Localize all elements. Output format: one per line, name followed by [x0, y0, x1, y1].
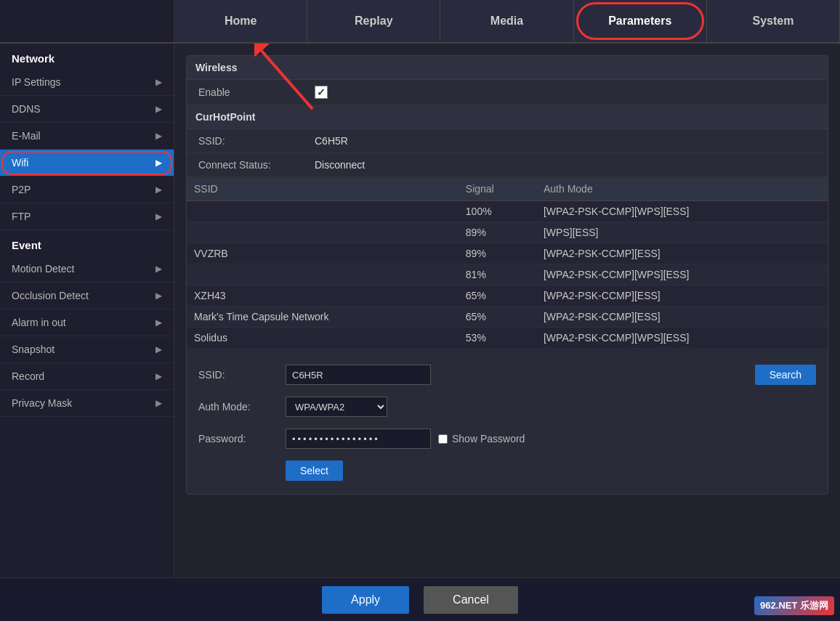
tab-parameters[interactable]: Parameters: [574, 0, 707, 42]
show-password-checkbox[interactable]: [438, 434, 448, 444]
cell-ssid: Kensy Home: [187, 349, 459, 352]
table-row[interactable]: VVZRB 89% [WPA2-PSK-CCMP][ESS]: [187, 243, 828, 264]
show-password-label: Show Password: [452, 433, 525, 445]
table-row[interactable]: Mark's Time Capsule Network 65% [WPA2-PS…: [187, 307, 828, 328]
cell-signal: 53%: [459, 328, 536, 349]
sidebar-item-motion-detect[interactable]: Motion Detect ▶: [0, 256, 174, 283]
cell-ssid: Mark's Time Capsule Network: [187, 307, 459, 328]
cell-signal: 65%: [459, 307, 536, 328]
wifi-panel: Wireless Enable CurHotPoint SSID: C6H5R …: [186, 55, 828, 495]
ssid-input-row: SSID: Search: [198, 359, 816, 391]
chevron-right-icon: ▶: [156, 158, 162, 168]
sidebar-item-wifi[interactable]: Wifi ▶: [0, 150, 174, 176]
table-row[interactable]: 100% [WPA2-PSK-CCMP][WPS][ESS]: [187, 201, 828, 222]
cell-ssid: [187, 222, 459, 243]
cell-signal: 100%: [459, 201, 536, 222]
chevron-right-icon: ▶: [156, 264, 162, 274]
ssid-input[interactable]: [286, 365, 431, 385]
select-button-row: Select: [198, 455, 816, 487]
chevron-right-icon: ▶: [156, 371, 162, 381]
cell-auth-mode: [WPA2-PSK-CCMP][WPS][ESS]: [536, 201, 828, 222]
ssid-info-label: SSID:: [198, 135, 315, 147]
search-button[interactable]: Search: [755, 365, 816, 385]
cell-signal: 65%: [459, 285, 536, 307]
cell-auth-mode: [WPA2-PSK-CCMP][ESS]: [536, 285, 828, 307]
cell-ssid: [187, 264, 459, 285]
sidebar-item-record[interactable]: Record ▶: [0, 363, 174, 390]
cell-ssid: [187, 201, 459, 222]
password-input[interactable]: [286, 429, 431, 449]
cell-signal: 89%: [459, 243, 536, 264]
password-row: Password: Show Password: [198, 423, 816, 455]
col-signal: Signal: [459, 177, 536, 201]
table-row[interactable]: Kensy Home 53% [WPA2-PSK-CCMP][ESS]: [187, 349, 828, 352]
cell-ssid: XZH43: [187, 285, 459, 307]
table-row[interactable]: Solidus 53% [WPA2-PSK-CCMP][WPS][ESS]: [187, 328, 828, 349]
cell-auth-mode: [WPA2-PSK-CCMP][ESS]: [536, 349, 828, 352]
chevron-right-icon: ▶: [156, 104, 162, 114]
bottom-form: SSID: Search Auth Mode: WPA/WPA2 WPA2 WP…: [187, 352, 828, 494]
sidebar-item-wifi-wrapper: Wifi ▶: [0, 150, 174, 176]
select-button[interactable]: Select: [286, 460, 343, 481]
table-row[interactable]: 89% [WPS][ESS]: [187, 222, 828, 243]
col-ssid: SSID: [187, 177, 459, 201]
sidebar-item-ip-settings[interactable]: IP Settings ▶: [0, 69, 174, 96]
ssid-input-label: SSID:: [198, 369, 286, 381]
auth-mode-row: Auth Mode: WPA/WPA2 WPA2 WPA None: [198, 391, 816, 423]
chevron-right-icon: ▶: [156, 211, 162, 222]
sidebar-item-p2p[interactable]: P2P ▶: [0, 176, 174, 203]
cell-auth-mode: [WPA2-PSK-CCMP][WPS][ESS]: [536, 328, 828, 349]
wifi-table: SSID Signal Auth Mode 100% [WPA2-PSK-CCM…: [187, 177, 828, 352]
tab-replay[interactable]: Replay: [307, 0, 440, 42]
cell-auth-mode: [WPS][ESS]: [536, 222, 828, 243]
sidebar: Network IP Settings ▶ DDNS ▶ E-Mail ▶ Wi…: [0, 44, 174, 577]
show-password-area: Show Password: [438, 433, 525, 445]
password-label: Password:: [198, 433, 286, 445]
ssid-info-row: SSID: C6H5R: [187, 129, 828, 153]
connect-status-label: Connect Status:: [198, 159, 315, 171]
chevron-right-icon: ▶: [156, 184, 162, 195]
enable-row: Enable: [187, 80, 828, 105]
wifi-list-wrapper[interactable]: SSID Signal Auth Mode 100% [WPA2-PSK-CCM…: [187, 177, 828, 352]
sidebar-item-ddns[interactable]: DDNS ▶: [0, 96, 174, 123]
sidebar-item-ftp[interactable]: FTP ▶: [0, 203, 174, 230]
chevron-right-icon: ▶: [156, 344, 162, 354]
cell-auth-mode: [WPA2-PSK-CCMP][ESS]: [536, 243, 828, 264]
enable-label: Enable: [198, 86, 315, 98]
event-section-title: Event: [0, 230, 174, 256]
content-area: Wireless Enable CurHotPoint SSID: C6H5R …: [174, 44, 840, 577]
sidebar-item-snapshot[interactable]: Snapshot ▶: [0, 336, 174, 363]
apply-button[interactable]: Apply: [322, 586, 409, 614]
watermark: 962.NET 乐游网: [754, 596, 834, 615]
cell-ssid: Solidus: [187, 328, 459, 349]
sidebar-item-occlusion-detect[interactable]: Occlusion Detect ▶: [0, 283, 174, 309]
bottom-bar: Apply Cancel: [0, 577, 840, 621]
chevron-right-icon: ▶: [156, 317, 162, 328]
wireless-section-title: Wireless: [187, 56, 828, 80]
tab-system[interactable]: System: [707, 0, 840, 42]
main-layout: Network IP Settings ▶ DDNS ▶ E-Mail ▶ Wi…: [0, 44, 840, 577]
auth-mode-select[interactable]: WPA/WPA2 WPA2 WPA None: [286, 397, 387, 417]
sidebar-item-privacy-mask[interactable]: Privacy Mask ▶: [0, 390, 174, 417]
chevron-right-icon: ▶: [156, 398, 162, 408]
chevron-right-icon: ▶: [156, 77, 162, 87]
auth-mode-label: Auth Mode:: [198, 401, 286, 413]
network-section-title: Network: [0, 44, 174, 69]
cancel-button[interactable]: Cancel: [424, 586, 518, 614]
enable-checkbox[interactable]: [315, 86, 328, 99]
tab-media[interactable]: Media: [440, 0, 573, 42]
chevron-right-icon: ▶: [156, 291, 162, 301]
table-row[interactable]: 81% [WPA2-PSK-CCMP][WPS][ESS]: [187, 264, 828, 285]
cell-auth-mode: [WPA2-PSK-CCMP][WPS][ESS]: [536, 264, 828, 285]
cur-hotpoint-section-title: CurHotPoint: [187, 105, 828, 129]
tab-home[interactable]: Home: [174, 0, 307, 42]
sidebar-item-alarm-in-out[interactable]: Alarm in out ▶: [0, 309, 174, 336]
top-navigation: Home Replay Media Parameters System: [0, 0, 840, 44]
connect-status-value: Disconnect: [315, 159, 365, 171]
cell-auth-mode: [WPA2-PSK-CCMP][ESS]: [536, 307, 828, 328]
cell-ssid: VVZRB: [187, 243, 459, 264]
sidebar-item-email[interactable]: E-Mail ▶: [0, 123, 174, 150]
cell-signal: 53%: [459, 349, 536, 352]
cell-signal: 89%: [459, 222, 536, 243]
table-row[interactable]: XZH43 65% [WPA2-PSK-CCMP][ESS]: [187, 285, 828, 307]
